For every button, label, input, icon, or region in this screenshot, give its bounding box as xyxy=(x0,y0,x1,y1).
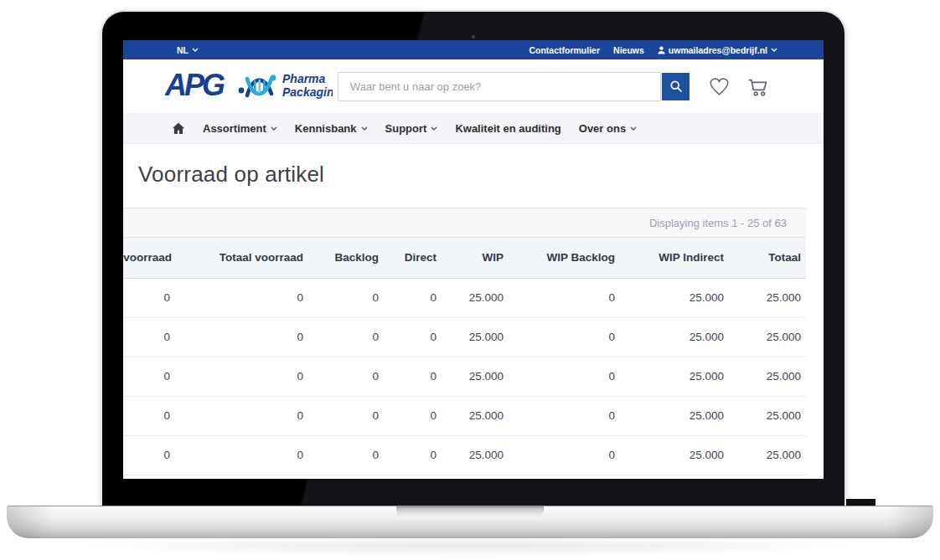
chevron-down-icon xyxy=(192,48,199,52)
column-header-wip-backlog: WIP Backlog xyxy=(509,238,620,278)
table-cell: 25.000 xyxy=(729,435,806,475)
cart-button[interactable] xyxy=(746,76,769,97)
heart-icon xyxy=(708,76,731,96)
table-cell: 0 xyxy=(509,278,620,317)
column-header-wip: WIP xyxy=(442,238,509,278)
logo-tagline-2: Packaging xyxy=(282,85,333,99)
logo-acronym: APG xyxy=(165,69,225,102)
table-cell: 25.000 xyxy=(442,317,509,357)
language-selector[interactable]: NL xyxy=(177,45,199,55)
table-cell: 0 xyxy=(123,435,175,475)
table-cell: 0 xyxy=(509,435,620,475)
table-cell: 0 xyxy=(509,396,620,435)
table-cell: 0 xyxy=(175,396,308,435)
chevron-down-icon xyxy=(361,126,368,131)
table-cell: 25.000 xyxy=(729,317,806,357)
main-navigation: Assortiment Kennisbank Support Kwaliteit… xyxy=(123,113,824,144)
nav-item-assortiment[interactable]: Assortiment xyxy=(203,122,277,135)
contact-form-link[interactable]: Contactformulier xyxy=(529,45,600,55)
table-cell: 25.000 xyxy=(620,317,729,357)
table-cell: 0 xyxy=(384,435,442,475)
laptop-base-notch xyxy=(396,506,544,518)
table-cell: 0 xyxy=(384,278,442,317)
search-icon xyxy=(669,80,683,93)
table-cell: 0 xyxy=(123,396,175,435)
nav-item-kennisbank[interactable]: Kennisbank xyxy=(295,122,368,135)
nav-label: Support xyxy=(385,122,427,135)
search-bar xyxy=(338,72,690,101)
search-input[interactable] xyxy=(338,72,661,101)
table-cell: 25.000 xyxy=(729,278,806,317)
table-header-row: voorraad Totaal voorraad Backlog Direct … xyxy=(123,238,806,278)
table-cell: 0 xyxy=(308,278,384,317)
table-row: 000025.000025.00025.000 xyxy=(123,357,806,396)
stock-table: voorraad Totaal voorraad Backlog Direct … xyxy=(123,238,806,479)
nav-item-kwaliteit-en-auditing[interactable]: Kwaliteit en auditing xyxy=(455,122,560,135)
table-cell: 0 xyxy=(175,357,308,396)
logo-tagline-1: Pharma xyxy=(282,72,326,85)
laptop-lid: NL Contactformulier Nieuws uwmailadres@b… xyxy=(102,12,844,506)
table-cell: 0 xyxy=(308,435,384,475)
table-cell: 25.000 xyxy=(729,475,806,479)
table-cell: 25.000 xyxy=(620,435,729,475)
table-cell: 0 xyxy=(509,357,620,396)
column-header-voorraad: voorraad xyxy=(123,238,175,278)
home-link[interactable] xyxy=(172,122,185,135)
language-label: NL xyxy=(177,45,189,55)
nav-item-over-ons[interactable]: Over ons xyxy=(579,122,637,135)
chevron-down-icon xyxy=(431,126,437,131)
table-cell: 0 xyxy=(384,357,442,396)
table-cell: 25.000 xyxy=(620,475,729,479)
table-cell: 25.000 xyxy=(620,396,729,435)
table-cell: 25.000 xyxy=(442,278,509,317)
page-title: Voorraad op artikel xyxy=(138,161,824,188)
table-cell: 25.000 xyxy=(442,396,509,435)
search-button[interactable] xyxy=(662,73,690,100)
account-menu[interactable]: uwmailadres@bedrijf.nl xyxy=(658,45,777,55)
table-cell: 0 xyxy=(384,475,442,479)
table-cell: 0 xyxy=(123,317,175,357)
chevron-down-icon xyxy=(271,126,277,131)
table-row: 000025.000025.00025.000 xyxy=(123,475,806,479)
table-row: 000025.000025.00025.000 xyxy=(123,278,806,317)
table-cell: 0 xyxy=(123,278,175,317)
topbar-links: Contactformulier Nieuws uwmailadres@bedr… xyxy=(529,45,777,55)
pagination-status: Displaying items 1 - 25 of 63 xyxy=(649,217,787,229)
nav-item-support[interactable]: Support xyxy=(385,122,438,135)
company-logo[interactable]: APG Pharma Packaging xyxy=(165,69,333,104)
table-cell: 0 xyxy=(175,435,308,475)
account-email: uwmailadres@bedrijf.nl xyxy=(669,45,767,55)
stock-table-section: Displaying items 1 - 25 of 63 voorraad T… xyxy=(123,208,806,479)
chevron-down-icon xyxy=(771,48,777,52)
table-cell: 0 xyxy=(123,357,175,396)
laptop-base xyxy=(7,506,933,538)
table-cell: 0 xyxy=(509,475,620,479)
table-cell: 0 xyxy=(509,317,620,357)
user-icon xyxy=(658,46,665,54)
table-row: 000025.000025.00025.000 xyxy=(123,435,806,475)
webcam-icon xyxy=(470,33,477,40)
laptop-screen: NL Contactformulier Nieuws uwmailadres@b… xyxy=(123,40,824,479)
chevron-down-icon xyxy=(630,126,637,131)
table-row: 000025.000025.00025.000 xyxy=(123,396,806,435)
table-row: 000025.000025.00025.000 xyxy=(123,317,806,357)
pagination-bar: Displaying items 1 - 25 of 63 xyxy=(123,208,806,238)
column-header-totaal: Totaal xyxy=(729,238,806,278)
table-cell: 0 xyxy=(384,317,442,357)
news-link[interactable]: Nieuws xyxy=(613,45,644,55)
table-cell: 25.000 xyxy=(729,396,806,435)
table-cell: 0 xyxy=(175,278,308,317)
table-cell: 25.000 xyxy=(620,357,729,396)
nav-label: Kwaliteit en auditing xyxy=(455,122,560,135)
column-header-backlog: Backlog xyxy=(308,238,384,278)
table-cell: 25.000 xyxy=(442,475,509,479)
home-icon xyxy=(172,122,185,135)
table-cell: 25.000 xyxy=(442,357,509,396)
column-header-direct: Direct xyxy=(384,238,442,278)
wishlist-button[interactable] xyxy=(708,76,731,96)
utility-topbar: NL Contactformulier Nieuws uwmailadres@b… xyxy=(123,40,824,59)
table-cell: 25.000 xyxy=(729,357,806,396)
table-cell: 0 xyxy=(175,475,308,479)
nav-label: Assortiment xyxy=(203,122,266,135)
table-cell: 0 xyxy=(384,396,442,435)
